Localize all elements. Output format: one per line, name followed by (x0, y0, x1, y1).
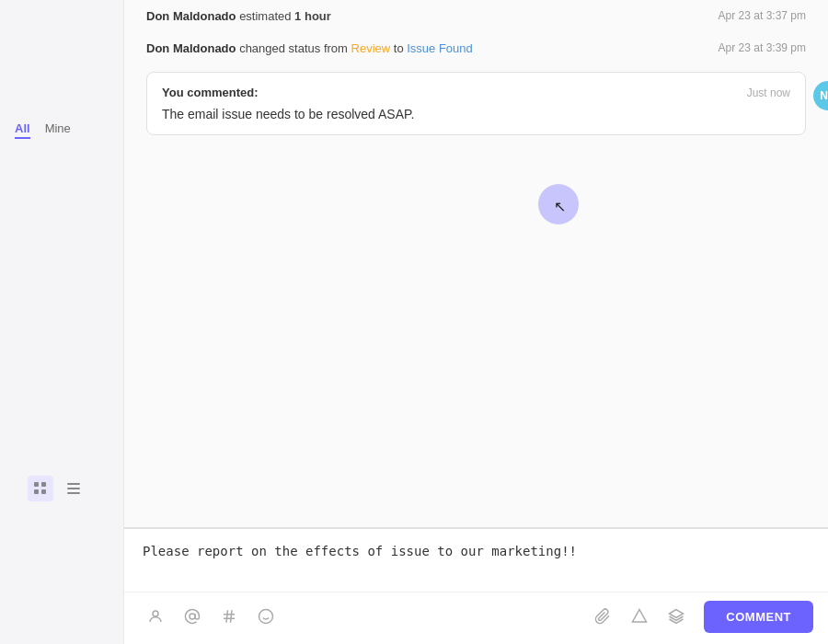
activity-action-prefix: changed status from (239, 41, 351, 55)
attachment-button[interactable] (586, 600, 619, 633)
comment-input-area: COMMENT (124, 528, 828, 644)
emoji-button[interactable] (249, 600, 282, 633)
google-drive-icon (631, 608, 648, 625)
attachment-icon (594, 608, 611, 625)
list-view-button[interactable] (61, 476, 86, 501)
activity-item-text: Don Maldonado changed status from Review… (146, 41, 704, 55)
comment-text: The email issue needs to be resolved ASA… (162, 107, 790, 121)
toolbar-left-icons (139, 600, 586, 633)
svg-point-1 (190, 614, 195, 619)
comment-submit-button[interactable]: COMMENT (704, 601, 813, 633)
emoji-icon (258, 608, 274, 625)
comment-author-line: You commented: (162, 86, 259, 99)
at-icon (184, 608, 201, 625)
google-drive-button[interactable] (623, 600, 656, 633)
cursor-arrow-icon: ↖ (554, 198, 566, 215)
mention-user-button[interactable] (139, 600, 172, 633)
svg-point-0 (153, 611, 158, 616)
activity-item: Don Maldonado estimated 1 hour Apr 23 at… (146, 0, 806, 32)
comment-wrapper: You commented: Just now The email issue … (146, 72, 806, 135)
activity-author: Don Maldonado (146, 9, 236, 23)
main-content: Don Maldonado estimated 1 hour Apr 23 at… (124, 0, 828, 644)
status-to-badge: Issue Found (407, 41, 473, 55)
at-mention-button[interactable] (176, 600, 209, 633)
toolbar-right-icons (586, 600, 693, 633)
hashtag-button[interactable] (213, 600, 246, 633)
list-icon (67, 483, 80, 494)
comment-time: Just now (747, 86, 790, 99)
svg-line-5 (231, 610, 233, 623)
activity-item: Don Maldonado changed status from Review… (146, 32, 806, 64)
comment-input[interactable] (124, 529, 828, 588)
activity-action: estimated (239, 9, 294, 23)
person-icon (147, 608, 164, 625)
status-from-badge: Review (351, 41, 391, 55)
activity-timestamp: Apr 23 at 3:39 pm (719, 41, 806, 54)
activity-timestamp: Apr 23 at 3:37 pm (719, 9, 806, 22)
sidebar: All Mine (0, 0, 124, 644)
activity-feed: Don Maldonado estimated 1 hour Apr 23 at… (124, 0, 828, 527)
dropbox-icon (668, 608, 684, 625)
grid-icon (34, 482, 47, 495)
activity-author: Don Maldonado (146, 41, 236, 55)
grid-view-button[interactable] (28, 476, 53, 501)
comment-suffix: commented: (187, 86, 258, 99)
svg-marker-9 (633, 610, 647, 623)
svg-point-6 (259, 610, 273, 624)
activity-action-middle: to (394, 41, 407, 55)
comment-header: You commented: Just now (162, 86, 790, 99)
hashtag-icon (221, 608, 237, 625)
activity-bold: 1 hour (294, 9, 331, 23)
comment-you: You (162, 86, 184, 99)
dropbox-button[interactable] (660, 600, 693, 633)
comment-toolbar: COMMENT (124, 592, 828, 644)
view-toggle-group (28, 476, 86, 501)
svg-line-4 (226, 610, 228, 623)
sidebar-tab-group: All Mine (15, 120, 109, 139)
comment-block: You commented: Just now The email issue … (146, 72, 806, 135)
activity-item-text: Don Maldonado estimated 1 hour (146, 9, 704, 23)
tab-mine[interactable]: Mine (45, 120, 71, 139)
cursor-indicator: ↖ (538, 184, 579, 224)
avatar: NR (813, 81, 828, 110)
tab-all[interactable]: All (15, 120, 30, 139)
